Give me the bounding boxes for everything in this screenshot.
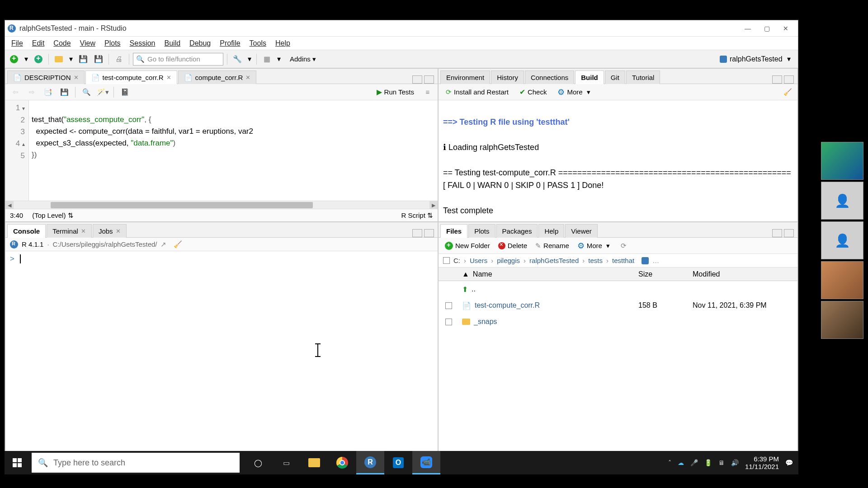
- tab-history[interactable]: History: [491, 70, 524, 84]
- zoom-icon[interactable]: 📹: [412, 451, 440, 474]
- crumb-project[interactable]: ralphGetsTested: [529, 257, 579, 264]
- chrome-icon[interactable]: [328, 451, 356, 474]
- select-all-checkbox[interactable]: [443, 257, 450, 264]
- cortana-icon[interactable]: ◯: [244, 451, 272, 474]
- outlook-icon[interactable]: O: [384, 451, 412, 474]
- tab-close[interactable]: ✕: [245, 74, 250, 81]
- notifications-icon[interactable]: 💬: [785, 459, 793, 466]
- tools-button[interactable]: 🔧: [231, 53, 244, 66]
- clock[interactable]: 6:39 PM 11/11/2021: [745, 455, 779, 470]
- file-row[interactable]: _snaps: [439, 314, 797, 330]
- start-button[interactable]: [5, 451, 30, 474]
- network-icon[interactable]: 🖥: [718, 459, 725, 466]
- tab-console[interactable]: Console: [7, 224, 46, 238]
- tab-close[interactable]: ✕: [116, 228, 121, 235]
- project-selector[interactable]: ralphGetsTested ▾: [715, 53, 795, 66]
- menu-debug[interactable]: Debug: [185, 38, 215, 49]
- file-type-indicator[interactable]: R Script ⇅: [401, 211, 433, 220]
- tab-tutorial[interactable]: Tutorial: [626, 70, 660, 84]
- more-path-button[interactable]: …: [652, 257, 659, 264]
- task-view-icon[interactable]: ▭: [272, 451, 300, 474]
- tab-jobs[interactable]: Jobs ✕: [93, 224, 127, 238]
- scope-indicator[interactable]: (Top Level) ⇅: [32, 211, 73, 220]
- menu-profile[interactable]: Profile: [215, 38, 245, 49]
- rename-button[interactable]: ✎ Rename: [533, 240, 571, 251]
- check-button[interactable]: ✔ Check: [516, 86, 551, 98]
- more-files-button[interactable]: ⚙ More ▾: [576, 239, 612, 252]
- code-tools-button[interactable]: 🪄▾: [96, 86, 109, 99]
- collapse-pane-button[interactable]: [412, 229, 422, 237]
- minimize-button[interactable]: —: [738, 22, 757, 35]
- crumb-users[interactable]: Users: [470, 257, 487, 264]
- rstudio-taskbar-icon[interactable]: R: [356, 451, 384, 474]
- code-editor[interactable]: 1 ▾ 2 3 4 ▴ 5 test_that("assess_compute_…: [5, 100, 438, 201]
- col-modified-header[interactable]: Modified: [689, 270, 797, 278]
- forward-button[interactable]: ⇨: [25, 86, 38, 99]
- col-size-header[interactable]: Size: [635, 270, 689, 278]
- maximize-pane-button[interactable]: [784, 229, 794, 237]
- file-explorer-icon[interactable]: [300, 451, 328, 474]
- addins-button[interactable]: Addins ▾: [285, 53, 321, 66]
- close-button[interactable]: ✕: [776, 22, 795, 35]
- tab-connections[interactable]: Connections: [525, 70, 574, 84]
- menu-tools[interactable]: Tools: [245, 38, 271, 49]
- battery-icon[interactable]: 🔋: [704, 459, 712, 466]
- tray-chevron-icon[interactable]: ˄: [668, 459, 671, 466]
- r-nav-icon[interactable]: [642, 257, 649, 264]
- menu-edit[interactable]: Edit: [28, 38, 49, 49]
- menu-build[interactable]: Build: [160, 38, 185, 49]
- file-checkbox[interactable]: [445, 319, 452, 325]
- horizontal-scrollbar[interactable]: ◀ ▶: [5, 201, 438, 209]
- grid-button[interactable]: ▦: [260, 53, 273, 66]
- crumb-tests[interactable]: tests: [588, 257, 603, 264]
- crumb-drive[interactable]: C:: [453, 257, 460, 264]
- tab-close[interactable]: ✕: [74, 74, 79, 81]
- tab-terminal[interactable]: Terminal ✕: [47, 224, 92, 238]
- save-source-button[interactable]: 💾: [58, 86, 71, 99]
- working-directory[interactable]: C:/Users/pileggis/ralphGetsTested/: [53, 240, 157, 248]
- delete-button[interactable]: Delete: [496, 240, 529, 251]
- col-name-header[interactable]: ▲ Name: [458, 270, 635, 278]
- tab-compute-corr[interactable]: 📄 compute_corr.R ✕: [178, 70, 257, 84]
- print-button[interactable]: 🖨: [113, 53, 125, 66]
- tab-packages[interactable]: Packages: [496, 224, 538, 238]
- collapse-pane-button[interactable]: [772, 229, 782, 237]
- crumb-pileggis[interactable]: pileggis: [497, 257, 520, 264]
- grid-dropdown[interactable]: ▾: [276, 53, 282, 66]
- tab-help[interactable]: Help: [538, 224, 564, 238]
- clear-build-button[interactable]: 🧹: [781, 86, 794, 99]
- scroll-left-button[interactable]: ◀: [5, 201, 14, 209]
- onedrive-icon[interactable]: ☁: [678, 459, 684, 466]
- maximize-pane-button[interactable]: [424, 75, 434, 84]
- find-button[interactable]: 🔍: [80, 86, 93, 99]
- participant-tile[interactable]: [821, 301, 863, 339]
- menu-session[interactable]: Session: [125, 38, 160, 49]
- more-build-button[interactable]: ⚙ More ▾: [554, 86, 594, 99]
- back-button[interactable]: ⇦: [9, 86, 22, 99]
- popout-icon[interactable]: ↗: [160, 240, 166, 249]
- maximize-pane-button[interactable]: [784, 75, 794, 84]
- volume-icon[interactable]: 🔊: [731, 459, 739, 466]
- new-file-button[interactable]: [8, 53, 20, 66]
- clear-console-button[interactable]: 🧹: [174, 240, 182, 249]
- participant-tile[interactable]: 👤: [821, 221, 863, 259]
- participant-tile[interactable]: 👤: [821, 182, 863, 220]
- tab-plots[interactable]: Plots: [468, 224, 495, 238]
- menu-file[interactable]: File: [7, 38, 28, 49]
- tab-close[interactable]: ✕: [166, 74, 171, 81]
- refresh-button[interactable]: ⟳: [621, 242, 627, 250]
- menu-code[interactable]: Code: [49, 38, 75, 49]
- build-output[interactable]: ==> Testing R file using 'testthat' ℹ Lo…: [439, 100, 797, 221]
- save-all-button[interactable]: 💾: [92, 53, 105, 66]
- console-body[interactable]: >: [5, 251, 438, 454]
- outline-button[interactable]: ≡: [421, 86, 434, 99]
- scroll-right-button[interactable]: ▶: [429, 201, 438, 209]
- file-name[interactable]: _snaps: [474, 318, 497, 326]
- up-directory-row[interactable]: ⬆..: [439, 281, 797, 297]
- microphone-icon[interactable]: 🎤: [690, 459, 698, 466]
- tab-build[interactable]: Build: [575, 70, 604, 84]
- run-tests-button[interactable]: ▶ Run Tests: [373, 86, 418, 98]
- open-dropdown[interactable]: ▾: [68, 53, 74, 66]
- goto-file-input[interactable]: 🔍 Go to file/function: [133, 53, 223, 66]
- crumb-testthat[interactable]: testthat: [612, 257, 634, 264]
